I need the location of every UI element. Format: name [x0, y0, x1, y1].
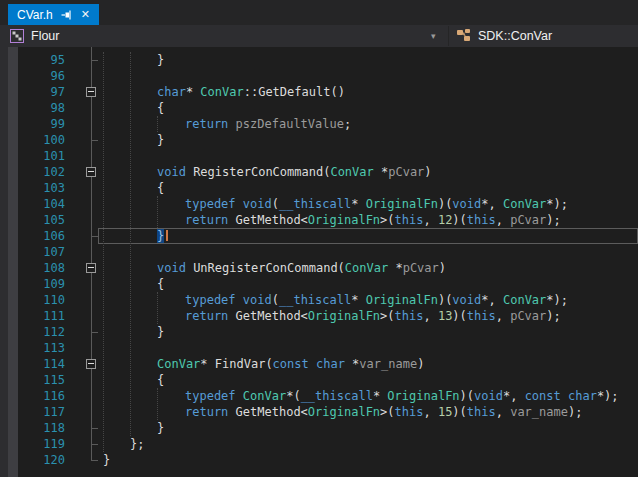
code-token: char: [157, 85, 186, 99]
line-number: 106: [0, 228, 65, 244]
code-token: OriginalFn: [308, 213, 380, 227]
code-token: }: [157, 229, 164, 243]
line-number: 103: [0, 180, 65, 196]
code-line[interactable]: };: [130, 436, 144, 452]
code-token: this: [467, 405, 496, 419]
code-line[interactable]: typedef ConVar*(__thiscall* OriginalFn)(…: [185, 388, 619, 404]
code-token: 12: [438, 213, 452, 227]
collapse-toggle[interactable]: [86, 359, 96, 369]
outline-scope-end: [91, 428, 98, 429]
line-number: 107: [0, 244, 65, 260]
chevron-down-icon[interactable]: ▾: [431, 25, 436, 47]
code-token: ,: [496, 405, 510, 419]
line-number: 115: [0, 372, 65, 388]
code-line[interactable]: }: [157, 324, 164, 340]
code-token: }: [157, 133, 164, 147]
outline-scope-end: [91, 460, 98, 461]
tab-title: CVar.h: [17, 8, 53, 22]
code-token: 15: [438, 405, 452, 419]
code-token: *: [373, 389, 387, 403]
project-dropdown[interactable]: Flour: [9, 25, 59, 47]
code-line[interactable]: ConVar* FindVar(const char *var_name): [157, 356, 424, 372]
code-line[interactable]: typedef void(__thiscall* OriginalFn)(voi…: [185, 196, 568, 212]
symbol-dropdown[interactable]: SDK::ConVar: [456, 25, 552, 47]
line-number: 95: [0, 52, 65, 68]
code-token: pCvar: [510, 309, 546, 323]
code-line[interactable]: }: [103, 452, 110, 468]
code-token: return: [185, 405, 228, 419]
code-token: void: [157, 261, 186, 275]
line-number: 113: [0, 340, 65, 356]
code-token: __thiscall: [279, 197, 351, 211]
code-token: GetMethod<: [228, 405, 307, 419]
code-token: char: [316, 357, 345, 371]
line-number: 120: [0, 452, 65, 468]
code-token: OriginalFn: [308, 405, 380, 419]
collapse-toggle[interactable]: [86, 87, 96, 97]
line-number: 117: [0, 404, 65, 420]
code-token: >(: [380, 213, 394, 227]
collapse-toggle[interactable]: [86, 167, 96, 177]
code-token: )(: [438, 293, 452, 307]
code-token: {: [157, 373, 164, 387]
code-editor[interactable]: 95}9697char* ConVar::GetDefault()98{99re…: [0, 47, 638, 477]
line-number: 105: [0, 212, 65, 228]
code-line[interactable]: {: [157, 276, 164, 292]
code-line[interactable]: return GetMethod<OriginalFn>(this, 15)(t…: [185, 404, 582, 420]
line-number: 116: [0, 388, 65, 404]
line-number: 111: [0, 308, 65, 324]
code-token: *: [351, 293, 365, 307]
outline-scope-end: [91, 236, 98, 237]
code-line[interactable]: char* ConVar::GetDefault(): [157, 84, 345, 100]
outline-scope-end: [91, 60, 98, 61]
code-token: var_name: [359, 357, 417, 371]
code-token: return: [185, 213, 228, 227]
line-number: 97: [0, 84, 65, 100]
line-number: 112: [0, 324, 65, 340]
code-token: (: [272, 197, 279, 211]
collapse-toggle[interactable]: [86, 263, 96, 273]
code-token: typedef: [185, 389, 236, 403]
code-token: this: [395, 405, 424, 419]
tab-cvar-h[interactable]: CVar.h ✕: [8, 4, 99, 25]
code-token: GetMethod<: [228, 213, 307, 227]
code-token: [236, 197, 243, 211]
navigation-bar: Flour ▾ SDK::ConVar: [0, 25, 638, 47]
code-line[interactable]: }: [157, 228, 168, 244]
code-token: ConVar: [503, 197, 546, 211]
code-line[interactable]: return GetMethod<OriginalFn>(this, 13)(t…: [185, 308, 561, 324]
code-line[interactable]: return GetMethod<OriginalFn>(this, 12)(t…: [185, 212, 561, 228]
code-token: const: [525, 389, 561, 403]
line-number: 110: [0, 292, 65, 308]
code-line[interactable]: {: [157, 100, 164, 116]
current-line-highlight: [98, 228, 638, 244]
code-line[interactable]: return pszDefaultValue;: [185, 116, 351, 132]
code-token: *: [186, 85, 200, 99]
code-token: ::GetDefault(): [244, 85, 345, 99]
code-line[interactable]: void RegisterConCommand(ConVar *pCvar): [157, 164, 432, 180]
code-line[interactable]: }: [157, 52, 164, 68]
code-line[interactable]: {: [157, 372, 164, 388]
close-icon[interactable]: ✕: [81, 9, 90, 20]
code-line[interactable]: }: [157, 420, 164, 436]
code-token: ): [417, 357, 424, 371]
code-token: 13: [438, 309, 452, 323]
code-token: };: [130, 437, 144, 451]
navbar-separator: [448, 26, 449, 46]
code-line[interactable]: typedef void(__thiscall* OriginalFn)(voi…: [185, 292, 568, 308]
code-line[interactable]: {: [157, 180, 164, 196]
code-token: UnRegisterConCommand(: [186, 261, 345, 275]
code-token: )(: [460, 389, 474, 403]
code-token: ,: [423, 213, 437, 227]
code-line[interactable]: void UnRegisterConCommand(ConVar *pCvar): [157, 260, 446, 276]
text-caret: [166, 230, 168, 241]
code-token: {: [157, 101, 164, 115]
line-number: 96: [0, 68, 65, 84]
pin-icon[interactable]: [61, 9, 73, 21]
code-token: *: [374, 165, 388, 179]
code-token: OriginalFn: [366, 293, 438, 307]
code-token: var_name: [510, 405, 568, 419]
code-line[interactable]: }: [157, 132, 164, 148]
code-token: RegisterConCommand(: [186, 165, 331, 179]
code-token: ConVar: [345, 261, 388, 275]
